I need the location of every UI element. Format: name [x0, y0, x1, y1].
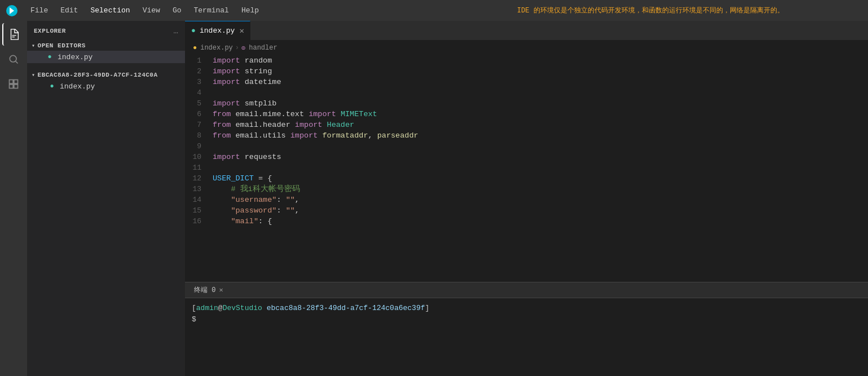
line-num-13: 13 [185, 184, 210, 194]
python-file-icon: ● [45, 52, 54, 61]
code-line-11: 11 [185, 162, 868, 173]
sidebar-actions[interactable]: … [174, 26, 178, 36]
tab-file-icon: ● [191, 28, 196, 34]
terminal-space [262, 303, 267, 314]
sidebar: EXPLORER … ▾ OPEN EDITORS ● index.py ▾ E… [27, 21, 185, 376]
terminal-prompt: $ [192, 314, 196, 325]
line-num-14: 14 [185, 194, 210, 205]
notification-text: IDE 的环境仅是个独立的代码开发环境，和函数的运行环境是不同的，网络是隔离开的… [438, 6, 864, 15]
line-content-15: "password": "", [210, 205, 868, 216]
breadcrumb-sep: › [235, 44, 239, 52]
terminal-tabs-bar: 终端 0 ✕ [185, 282, 868, 298]
extensions-icon[interactable] [2, 73, 25, 95]
titlebar: File Edit Selection View Go Terminal Hel… [0, 0, 868, 21]
main-layout: EXPLORER … ▾ OPEN EDITORS ● index.py ▾ E… [0, 21, 868, 376]
line-num-7: 7 [185, 120, 210, 130]
project-section[interactable]: ▾ EBCAC8A8-28F3-49DD-A7CF-124C0A [27, 70, 185, 80]
sidebar-title: EXPLORER [34, 28, 66, 34]
svg-rect-5 [10, 85, 14, 89]
terminal-at: @ [218, 303, 223, 314]
line-num-12: 12 [185, 173, 210, 184]
breadcrumb-file-icon: ● [193, 44, 197, 52]
tab-close-button[interactable]: ✕ [239, 26, 244, 36]
code-line-4: 4 [185, 87, 868, 98]
file-name-project: index.py [60, 82, 95, 91]
line-num-2: 2 [185, 66, 210, 77]
line-content-1: import random [210, 55, 868, 66]
menu-help[interactable]: Help [236, 4, 265, 17]
explorer-icon[interactable] [2, 23, 25, 46]
terminal-content[interactable]: [ admin @ DevStudio ebcac8a8-28f3-49dd-a… [185, 298, 868, 376]
code-line-13: 13 # 我i科大帐号密码 [185, 184, 868, 194]
python-file-icon-2: ● [47, 82, 56, 91]
open-editors-section[interactable]: ▾ OPEN EDITORS [27, 41, 185, 51]
svg-rect-6 [14, 85, 18, 89]
line-content-7: from email.header import Header [210, 120, 868, 130]
terminal-bracket-close: ] [425, 303, 430, 314]
search-icon[interactable] [2, 48, 25, 70]
menu-bar: File Edit Selection View Go Terminal Hel… [25, 4, 438, 17]
svg-rect-4 [14, 80, 18, 84]
tabs-bar: ● index.py ✕ [185, 21, 868, 41]
code-editor[interactable]: 1 import random 2 import string 3 import… [185, 55, 868, 282]
line-content-13: # 我i科大帐号密码 [210, 184, 868, 194]
terminal-admin: admin [196, 303, 218, 314]
terminal-line-1: [ admin @ DevStudio ebcac8a8-28f3-49dd-a… [192, 303, 861, 314]
file-name-open: index.py [58, 53, 92, 61]
sidebar-file-index-py-open[interactable]: ● index.py [27, 51, 185, 63]
svg-rect-3 [10, 80, 14, 84]
line-num-8: 8 [185, 130, 210, 141]
code-line-8: 8 from email.utils import formataddr, pa… [185, 130, 868, 141]
activity-bar [0, 21, 27, 376]
code-content: 1 import random 2 import string 3 import… [185, 55, 868, 282]
terminal-area: 终端 0 ✕ [ admin @ DevStudio ebcac8a8-28f3… [185, 282, 868, 376]
code-line-5: 5 import smtplib [185, 98, 868, 109]
sidebar-header: EXPLORER … [27, 21, 185, 41]
terminal-tab-0[interactable]: 终端 0 ✕ [190, 282, 228, 298]
open-editors-label: OPEN EDITORS [38, 42, 86, 49]
code-line-12: 12 USER_DICT = { [185, 173, 868, 184]
svg-line-2 [16, 61, 18, 64]
terminal-line-2: $ [192, 314, 861, 325]
code-line-14: 14 "username": "", [185, 194, 868, 205]
terminal-hash-id: ebcac8a8-28f3-49dd-a7cf-124c0a6ec39f [267, 303, 425, 314]
line-num-15: 15 [185, 205, 210, 216]
code-line-1: 1 import random [185, 55, 868, 66]
line-content-2: import string [210, 66, 868, 77]
tab-index-py[interactable]: ● index.py ✕ [185, 21, 250, 41]
project-chevron: ▾ [32, 72, 36, 78]
code-line-2: 2 import string [185, 66, 868, 77]
line-content-14: "username": "", [210, 194, 868, 205]
code-line-3: 3 import datetime [185, 77, 868, 87]
menu-edit[interactable]: Edit [55, 4, 83, 17]
line-num-10: 10 [185, 152, 210, 162]
line-content-5: import smtplib [210, 98, 868, 109]
breadcrumb: ● index.py › ⊙ handler [185, 41, 868, 55]
code-line-16: 16 "mail": { [185, 216, 868, 227]
line-num-9: 9 [185, 141, 210, 152]
menu-view[interactable]: View [137, 4, 166, 17]
menu-terminal[interactable]: Terminal [188, 4, 234, 17]
line-num-16: 16 [185, 216, 210, 227]
project-label: EBCAC8A8-28F3-49DD-A7CF-124C0A [38, 72, 158, 78]
line-content-12: USER_DICT = { [210, 173, 868, 184]
code-line-6: 6 from email.mime.text import MIMEText [185, 109, 868, 120]
menu-file[interactable]: File [25, 4, 54, 17]
line-num-5: 5 [185, 98, 210, 109]
line-content-3: import datetime [210, 77, 868, 87]
line-content-10: import requests [210, 152, 868, 162]
terminal-close-button[interactable]: ✕ [219, 286, 223, 294]
svg-point-1 [10, 55, 16, 62]
breadcrumb-symbol-icon: ⊙ [241, 44, 245, 52]
line-content-6: from email.mime.text import MIMEText [210, 109, 868, 120]
app-icon [5, 3, 19, 18]
code-line-10: 10 import requests [185, 152, 868, 162]
terminal-tab-label: 终端 0 [194, 285, 215, 295]
terminal-devstudio: DevStudio [223, 303, 262, 314]
line-content-8: from email.utils import formataddr, pars… [210, 130, 868, 141]
menu-selection[interactable]: Selection [85, 4, 135, 17]
breadcrumb-file[interactable]: index.py [200, 44, 233, 52]
breadcrumb-symbol[interactable]: handler [249, 44, 277, 52]
sidebar-file-index-py-project[interactable]: ● index.py [27, 80, 185, 92]
menu-go[interactable]: Go [167, 4, 187, 17]
